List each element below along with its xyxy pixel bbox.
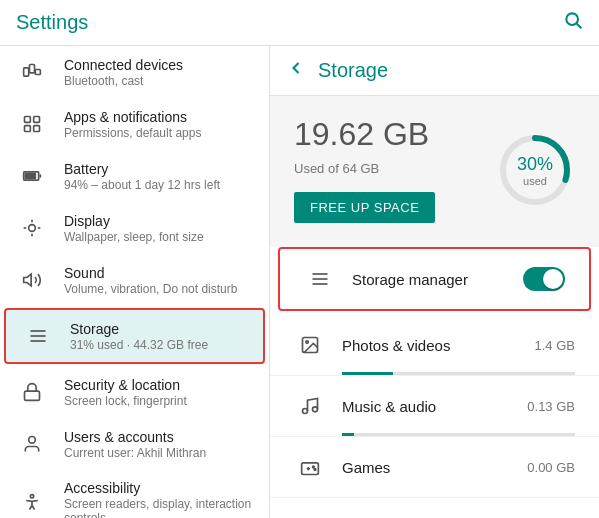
storage-panel: Storage 19.62 GB Used of 64 GB FREE UP S… [270, 46, 599, 518]
sidebar-subtitle-sound: Volume, vibration, Do not disturb [64, 282, 253, 296]
storage-summary: 19.62 GB Used of 64 GB FREE UP SPACE 30%… [270, 96, 599, 243]
svg-rect-6 [34, 117, 40, 123]
storage-item-label-manager: Storage manager [352, 271, 523, 288]
svg-point-36 [313, 466, 315, 468]
sidebar-text-apps: Apps & notificationsPermissions, default… [64, 109, 253, 140]
header-icons [563, 10, 583, 35]
svg-line-1 [577, 24, 582, 29]
storage-amount: 19.62 GB [294, 116, 435, 153]
sidebar-title-accessibility: Accessibility [64, 480, 253, 496]
sidebar-title-sound: Sound [64, 265, 253, 281]
storage-item-photos[interactable]: Photos & videos1.4 GB [270, 315, 599, 376]
svg-point-0 [566, 13, 578, 25]
sidebar-title-storage: Storage [70, 321, 247, 337]
svg-point-32 [313, 407, 318, 412]
main-content: Connected devicesBluetooth, castApps & n… [0, 46, 599, 518]
sidebar-text-sound: SoundVolume, vibration, Do not disturb [64, 265, 253, 296]
sidebar-text-security: Security & locationScreen lock, fingerpr… [64, 377, 253, 408]
svg-rect-7 [25, 126, 31, 132]
sidebar-item-security[interactable]: Security & locationScreen lock, fingerpr… [0, 366, 269, 418]
toggle-knob [543, 269, 563, 289]
sidebar-text-users: Users & accountsCurrent user: Akhil Mith… [64, 429, 253, 460]
storage-music-icon [294, 390, 326, 422]
app-header: Settings [0, 0, 599, 46]
storage-used-text: Used of 64 GB [294, 161, 435, 176]
apps-icon [16, 108, 48, 140]
svg-rect-21 [25, 391, 40, 400]
storage-games-icon [294, 451, 326, 483]
sidebar-title-display: Display [64, 213, 253, 229]
back-icon[interactable] [286, 58, 306, 83]
sidebar-item-connected[interactable]: Connected devicesBluetooth, cast [0, 46, 269, 98]
sidebar-title-users: Users & accounts [64, 429, 253, 445]
accessibility-icon [16, 487, 48, 519]
svg-point-22 [29, 437, 36, 444]
free-up-button[interactable]: FREE UP SPACE [294, 192, 435, 223]
sidebar-text-display: DisplayWallpaper, sleep, font size [64, 213, 253, 244]
sidebar-title-apps: Apps & notifications [64, 109, 253, 125]
storage-item-bar-fill-photos [342, 372, 393, 375]
storage-item-bar-fill-music [342, 433, 354, 436]
sidebar-item-accessibility[interactable]: AccessibilityScreen readers, display, in… [0, 470, 269, 518]
app-title: Settings [16, 11, 88, 34]
storage-manager-icon [304, 263, 336, 295]
storage-item-label-photos: Photos & videos [342, 337, 535, 354]
storage-item-size-music: 0.13 GB [527, 399, 575, 414]
sidebar-item-users[interactable]: Users & accountsCurrent user: Akhil Mith… [0, 418, 269, 470]
sidebar-subtitle-apps: Permissions, default apps [64, 126, 253, 140]
svg-point-37 [314, 469, 316, 471]
storage-panel-title: Storage [318, 59, 388, 82]
svg-rect-11 [25, 174, 35, 179]
sound-icon [16, 264, 48, 296]
svg-rect-5 [25, 117, 31, 123]
circle-percent: 30% [517, 153, 553, 174]
battery-icon [16, 160, 48, 192]
sidebar-title-security: Security & location [64, 377, 253, 393]
sidebar-subtitle-connected: Bluetooth, cast [64, 74, 253, 88]
svg-point-23 [30, 494, 33, 497]
settings-sidebar: Connected devicesBluetooth, castApps & n… [0, 46, 270, 518]
search-icon[interactable] [563, 10, 583, 35]
storage-item-music[interactable]: Music & audio0.13 GB [270, 376, 599, 437]
circle-used-label: used [517, 174, 553, 186]
circle-label: 30% used [517, 153, 553, 186]
sidebar-subtitle-accessibility: Screen readers, display, interaction con… [64, 497, 253, 518]
storage-manager-toggle[interactable] [523, 267, 565, 291]
svg-point-31 [303, 409, 308, 414]
svg-point-30 [306, 341, 309, 344]
sidebar-text-accessibility: AccessibilityScreen readers, display, in… [64, 480, 253, 518]
sidebar-subtitle-users: Current user: Akhil Mithran [64, 446, 253, 460]
svg-rect-2 [24, 68, 29, 76]
sidebar-text-storage: Storage31% used · 44.32 GB free [70, 321, 247, 352]
storage-item-games[interactable]: Games0.00 GB [270, 437, 599, 498]
storage-item-movies[interactable]: Movie & TV apps0.91 GB [270, 498, 599, 518]
storage-item-size-photos: 1.4 GB [535, 338, 575, 353]
sidebar-subtitle-display: Wallpaper, sleep, font size [64, 230, 253, 244]
sidebar-text-connected: Connected devicesBluetooth, cast [64, 57, 253, 88]
sidebar-text-battery: Battery94% – about 1 day 12 hrs left [64, 161, 253, 192]
sidebar-item-display[interactable]: DisplayWallpaper, sleep, font size [0, 202, 269, 254]
sidebar-title-battery: Battery [64, 161, 253, 177]
storage-item-label-games: Games [342, 459, 527, 476]
storage-info: 19.62 GB Used of 64 GB FREE UP SPACE [294, 116, 435, 223]
security-icon [16, 376, 48, 408]
sidebar-subtitle-storage: 31% used · 44.32 GB free [70, 338, 247, 352]
svg-rect-4 [35, 70, 40, 75]
sidebar-item-apps[interactable]: Apps & notificationsPermissions, default… [0, 98, 269, 150]
svg-rect-8 [34, 126, 40, 132]
sidebar-item-battery[interactable]: Battery94% – about 1 day 12 hrs left [0, 150, 269, 202]
storage-icon [22, 320, 54, 352]
toggle-switch[interactable] [523, 267, 565, 291]
sidebar-item-storage[interactable]: Storage31% used · 44.32 GB free [4, 308, 265, 364]
svg-rect-3 [30, 65, 35, 73]
storage-circle: 30% used [495, 130, 575, 210]
users-icon [16, 428, 48, 460]
storage-item-bar-music [342, 433, 575, 436]
storage-item-label-music: Music & audio [342, 398, 527, 415]
sidebar-item-sound[interactable]: SoundVolume, vibration, Do not disturb [0, 254, 269, 306]
svg-point-12 [29, 225, 36, 232]
storage-item-manager[interactable]: Storage manager [278, 247, 591, 311]
header-left: Settings [16, 11, 88, 34]
connected-icon [16, 56, 48, 88]
sidebar-subtitle-battery: 94% – about 1 day 12 hrs left [64, 178, 253, 192]
